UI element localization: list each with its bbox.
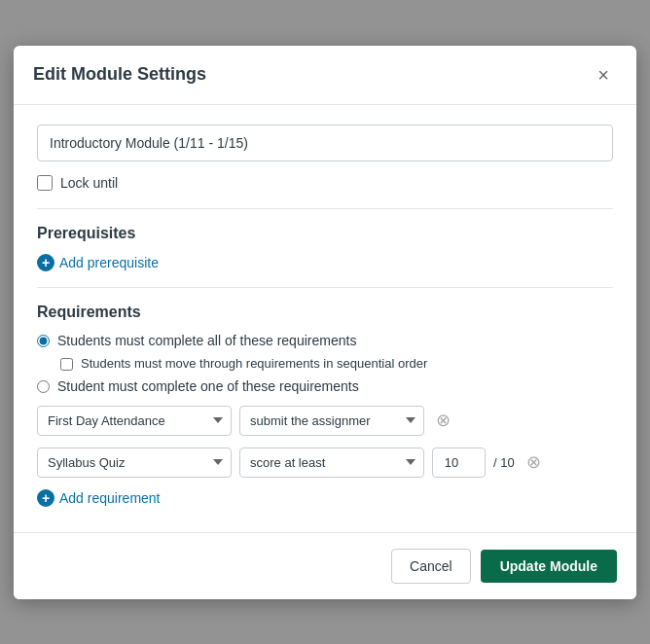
- checkbox-sequential-label: Students must move through requirements …: [81, 356, 427, 371]
- add-requirement-link[interactable]: + Add requirement: [37, 489, 161, 507]
- requirements-section: Requirements Students must complete all …: [37, 304, 613, 513]
- update-module-button[interactable]: Update Module: [481, 550, 617, 583]
- requirement-row-2: First Day Attendance Syllabus Quiz score…: [37, 447, 613, 478]
- close-button[interactable]: ×: [590, 61, 617, 89]
- modal-footer: Cancel Update Module: [14, 532, 636, 599]
- radio-row-one: Student must complete one of these requi…: [37, 378, 613, 394]
- lock-row: Lock until: [37, 175, 613, 191]
- cancel-button[interactable]: Cancel: [391, 549, 471, 584]
- radio-row-all: Students must complete all of these requ…: [37, 333, 613, 348]
- requirement-row-1: First Day Attendance Syllabus Quiz submi…: [37, 406, 613, 436]
- remove-req-button-2[interactable]: ⊗: [523, 451, 545, 473]
- req-item-select-1[interactable]: First Day Attendance Syllabus Quiz: [37, 406, 232, 436]
- remove-req-button-1[interactable]: ⊗: [432, 410, 454, 431]
- modal-title: Edit Module Settings: [33, 64, 206, 85]
- radio-one[interactable]: [37, 380, 50, 393]
- requirements-divider: [37, 287, 613, 288]
- radio-one-label: Student must complete one of these requi…: [57, 378, 359, 394]
- req-action-select-2[interactable]: score at least submit the assignment mar…: [239, 447, 424, 478]
- add-requirement-label: Add requirement: [59, 490, 161, 506]
- module-name-input[interactable]: [37, 125, 613, 161]
- requirements-title: Requirements: [37, 304, 613, 321]
- add-req-icon: +: [37, 489, 54, 507]
- edit-module-dialog: Edit Module Settings × Lock until Prereq…: [14, 46, 636, 599]
- add-prerequisite-link[interactable]: + Add prerequisite: [37, 254, 159, 271]
- prerequisites-section: Prerequisites + Add prerequisite: [37, 225, 613, 277]
- checkbox-sequential-row: Students must move through requirements …: [60, 356, 613, 371]
- add-prereq-icon: +: [37, 254, 54, 271]
- score-denom-2: / 10: [493, 455, 515, 470]
- req-item-select-2[interactable]: First Day Attendance Syllabus Quiz: [37, 447, 232, 478]
- prerequisites-title: Prerequisites: [37, 225, 613, 242]
- prerequisites-divider: [37, 208, 613, 209]
- req-action-select-1[interactable]: submit the assignmer mark as done score …: [239, 406, 424, 436]
- add-prerequisite-label: Add prerequisite: [59, 255, 159, 270]
- lock-checkbox[interactable]: [37, 175, 53, 191]
- radio-all-label: Students must complete all of these requ…: [57, 333, 356, 348]
- modal-body: Lock until Prerequisites + Add prerequis…: [14, 105, 636, 532]
- checkbox-sequential[interactable]: [60, 358, 73, 371]
- lock-label: Lock until: [60, 175, 118, 191]
- score-input-2[interactable]: [432, 447, 486, 478]
- radio-all[interactable]: [37, 335, 50, 347]
- modal-header: Edit Module Settings ×: [14, 46, 636, 105]
